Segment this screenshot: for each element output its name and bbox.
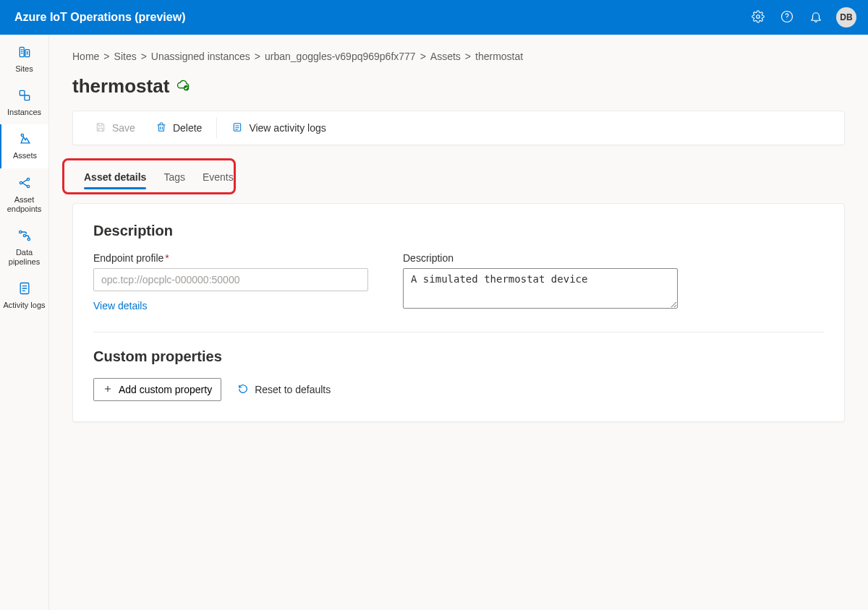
chevron-right-icon: > bbox=[255, 51, 260, 62]
gear-icon bbox=[752, 10, 765, 25]
section-title-custom-properties: Custom properties bbox=[93, 348, 824, 365]
refresh-icon bbox=[237, 383, 249, 397]
section-title-description: Description bbox=[93, 223, 824, 239]
svg-point-2 bbox=[787, 19, 788, 20]
svg-point-10 bbox=[27, 185, 29, 187]
sidebar-item-label: Data pipelines bbox=[1, 248, 47, 267]
activity-logs-icon bbox=[231, 121, 243, 135]
trash-icon bbox=[156, 121, 167, 135]
chevron-right-icon: > bbox=[141, 51, 147, 62]
sidebar-item-sites[interactable]: Sites bbox=[0, 38, 48, 81]
save-button: Save bbox=[85, 111, 145, 145]
svg-rect-5 bbox=[20, 91, 25, 96]
avatar[interactable]: DB bbox=[836, 7, 856, 27]
view-details-link[interactable]: View details bbox=[93, 300, 147, 312]
activity-logs-icon bbox=[17, 281, 32, 298]
chevron-right-icon: > bbox=[103, 51, 109, 62]
breadcrumb-item[interactable]: Assets bbox=[430, 51, 461, 62]
svg-point-9 bbox=[27, 178, 29, 180]
sidebar-item-instances[interactable]: Instances bbox=[0, 81, 48, 124]
toolbar-divider bbox=[216, 118, 217, 138]
svg-point-8 bbox=[20, 181, 22, 184]
required-indicator: * bbox=[165, 252, 169, 264]
chevron-right-icon: > bbox=[420, 51, 426, 62]
svg-point-12 bbox=[23, 234, 25, 236]
svg-rect-6 bbox=[25, 95, 30, 100]
notifications-button[interactable] bbox=[801, 0, 830, 35]
sidebar: Sites Instances Assets Asset endpoints D… bbox=[0, 35, 49, 610]
tab-events[interactable]: Events bbox=[203, 168, 234, 189]
main-content: Home > Sites > Unassigned instances > ur… bbox=[49, 35, 868, 610]
section-divider bbox=[93, 332, 824, 332]
asset-details-card: Description Endpoint profile* View detai… bbox=[72, 203, 845, 422]
delete-button-label: Delete bbox=[173, 122, 202, 134]
save-icon bbox=[95, 121, 106, 135]
help-icon bbox=[780, 10, 793, 25]
instances-icon bbox=[17, 88, 32, 105]
plus-icon bbox=[103, 384, 113, 396]
add-custom-property-label: Add custom property bbox=[119, 384, 212, 395]
breadcrumb-item[interactable]: urban_goggles-v69pq969p6fx777 bbox=[265, 51, 416, 62]
sidebar-item-label: Asset endpoints bbox=[1, 195, 47, 214]
svg-rect-4 bbox=[25, 50, 29, 57]
toolbar: Save Delete View activity logs bbox=[72, 111, 845, 145]
sidebar-item-data-pipelines[interactable]: Data pipelines bbox=[0, 221, 48, 274]
breadcrumb-item[interactable]: Sites bbox=[114, 51, 137, 62]
top-header: Azure IoT Operations (preview) DB bbox=[0, 0, 868, 35]
bell-icon bbox=[809, 10, 822, 25]
tab-tags[interactable]: Tags bbox=[163, 168, 185, 189]
breadcrumb: Home > Sites > Unassigned instances > ur… bbox=[72, 51, 845, 62]
svg-point-0 bbox=[757, 14, 760, 18]
save-button-label: Save bbox=[112, 122, 135, 134]
tab-asset-details[interactable]: Asset details bbox=[84, 168, 146, 189]
endpoint-profile-input[interactable] bbox=[93, 268, 368, 291]
reset-to-defaults-button[interactable]: Reset to defaults bbox=[237, 383, 331, 397]
breadcrumb-item[interactable]: Home bbox=[72, 51, 99, 62]
endpoints-icon bbox=[17, 176, 32, 192]
endpoint-profile-label: Endpoint profile* bbox=[93, 252, 368, 264]
svg-point-13 bbox=[27, 238, 30, 240]
view-activity-logs-button[interactable]: View activity logs bbox=[221, 111, 336, 145]
sidebar-item-activity-logs[interactable]: Activity logs bbox=[0, 274, 48, 317]
chevron-right-icon: > bbox=[465, 51, 471, 62]
sidebar-item-label: Activity logs bbox=[3, 301, 45, 310]
tabs: Asset details Tags Events bbox=[72, 163, 845, 193]
reset-to-defaults-label: Reset to defaults bbox=[255, 384, 331, 395]
assets-icon bbox=[18, 132, 33, 148]
help-button[interactable] bbox=[773, 0, 801, 35]
sidebar-item-label: Assets bbox=[13, 151, 37, 160]
sidebar-item-label: Sites bbox=[15, 64, 33, 74]
endpoint-profile-label-text: Endpoint profile bbox=[93, 252, 163, 264]
description-textarea[interactable] bbox=[403, 268, 678, 309]
svg-point-11 bbox=[19, 231, 21, 233]
page-title: thermostat bbox=[72, 75, 169, 98]
svg-point-7 bbox=[21, 134, 23, 137]
view-activity-logs-label: View activity logs bbox=[249, 122, 326, 134]
breadcrumb-current: thermostat bbox=[475, 51, 523, 62]
brand-title: Azure IoT Operations (preview) bbox=[14, 11, 185, 24]
sites-icon bbox=[17, 45, 32, 61]
delete-button[interactable]: Delete bbox=[145, 111, 212, 145]
sidebar-item-assets[interactable]: Assets bbox=[0, 124, 48, 168]
pipelines-icon bbox=[17, 228, 32, 245]
add-custom-property-button[interactable]: Add custom property bbox=[93, 378, 221, 401]
sidebar-item-label: Instances bbox=[7, 108, 41, 117]
breadcrumb-item[interactable]: Unassigned instances bbox=[151, 51, 250, 62]
cloud-sync-ok-icon bbox=[176, 79, 190, 94]
sidebar-item-asset-endpoints[interactable]: Asset endpoints bbox=[0, 168, 48, 221]
settings-button[interactable] bbox=[744, 0, 773, 35]
svg-rect-3 bbox=[20, 47, 24, 56]
description-label: Description bbox=[403, 252, 678, 264]
